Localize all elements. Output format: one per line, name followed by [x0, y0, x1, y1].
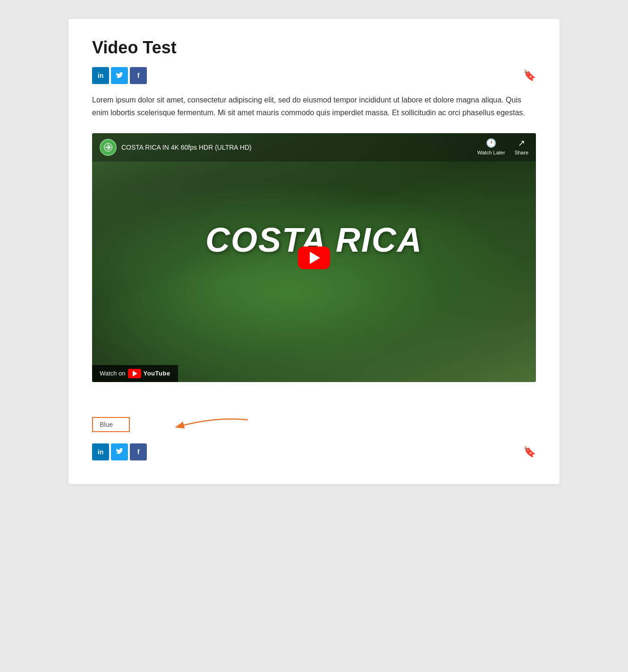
orange-arrow [149, 413, 253, 436]
video-snake-bg [92, 183, 536, 382]
bookmark-icon-top[interactable]: 🔖 [523, 69, 536, 82]
watch-later-label: Watch Later [477, 150, 505, 155]
video-wrapper: COSTA RICA IN 4K 60fps HDR (ULTRA HD) 🕐 … [92, 133, 536, 382]
bookmark-icon-bottom[interactable]: 🔖 [523, 446, 536, 458]
video-controls-top: 🕐 Watch Later ↗ Share [477, 138, 528, 155]
annotation-area: Blue [92, 410, 536, 439]
video-title-bar: COSTA RICA IN 4K 60fps HDR (ULTRA HD) [92, 133, 536, 162]
video-container[interactable]: COSTA RICA IN 4K 60fps HDR (ULTRA HD) 🕐 … [92, 133, 536, 382]
twitter-button-bottom[interactable] [111, 443, 128, 460]
page-title: Video Test [92, 38, 536, 58]
facebook-icon-top: f [137, 72, 140, 79]
twitter-button-top[interactable] [111, 67, 128, 84]
play-button[interactable] [298, 247, 330, 269]
bottom-social-buttons: in f [92, 443, 147, 460]
blue-input-box[interactable]: Blue [92, 417, 130, 432]
linkedin-button-bottom[interactable]: in [92, 443, 109, 460]
share-icon: ↗ [518, 138, 525, 148]
share-button[interactable]: ↗ Share [515, 138, 528, 155]
watch-on-label: Watch on [100, 370, 125, 377]
twitter-icon-top [116, 71, 123, 80]
watch-later-icon: 🕐 [486, 138, 496, 148]
youtube-logo: YouTube [128, 369, 170, 378]
youtube-logo-icon [128, 369, 141, 378]
video-title-text: COSTA RICA IN 4K 60fps HDR (ULTRA HD) [121, 144, 252, 151]
linkedin-icon-bottom: in [98, 448, 103, 456]
top-social-buttons: in f [92, 67, 147, 84]
linkedin-icon-top: in [98, 72, 103, 79]
watch-on-bar[interactable]: Watch on YouTube [92, 365, 178, 382]
bottom-section: Blue in f 🔖 [92, 410, 536, 460]
linkedin-button-top[interactable]: in [92, 67, 109, 84]
watch-later-button[interactable]: 🕐 Watch Later [477, 138, 505, 155]
channel-icon [100, 139, 117, 156]
facebook-icon-bottom: f [137, 448, 140, 456]
twitter-icon-bottom [116, 447, 123, 456]
facebook-button-bottom[interactable]: f [130, 443, 147, 460]
youtube-logo-text: YouTube [143, 370, 170, 377]
description-text: Lorem ipsum dolor sit amet, consectetur … [92, 94, 536, 119]
top-social-row: in f 🔖 [92, 67, 536, 84]
share-label: Share [515, 150, 528, 155]
bottom-social-row: in f 🔖 [92, 443, 536, 460]
main-card: Video Test in f 🔖 Lorem ipsum dolor sit … [68, 19, 560, 484]
facebook-button-top[interactable]: f [130, 67, 147, 84]
